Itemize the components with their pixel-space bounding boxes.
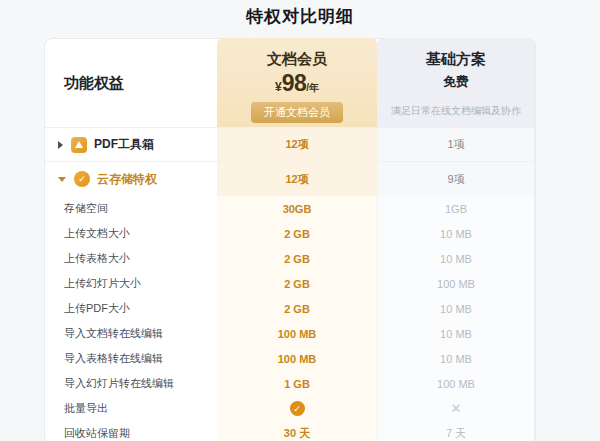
price-amount: 98: [282, 70, 307, 97]
pdf-toolbox-icon: [71, 137, 87, 153]
member-value: 12项: [217, 128, 377, 161]
row-label: 导入幻灯片转在线编辑: [45, 371, 217, 396]
basic-value: 100 MB: [377, 371, 535, 396]
feature-row: 上传PDF大小 2 GB 10 MB: [45, 296, 535, 321]
price-currency: ¥: [275, 80, 282, 94]
group-label: PDF工具箱: [94, 136, 154, 153]
group-row-pdf-toolbox[interactable]: PDF工具箱 12项 1项: [45, 128, 535, 162]
basic-value: 10 MB: [377, 296, 535, 321]
price-per: /年: [306, 81, 319, 95]
member-value: 12项: [217, 162, 377, 196]
row-label: 上传幻灯片大小: [45, 271, 217, 296]
feature-header-cell: 功能权益: [45, 39, 217, 127]
basic-value: 10 MB: [377, 321, 535, 346]
member-value: 2 GB: [217, 246, 377, 271]
member-value: 30GB: [217, 196, 377, 221]
plan-basic-header: 基础方案 免费 满足日常在线文档编辑及协作: [377, 38, 535, 127]
basic-value: 9项: [377, 162, 535, 196]
plan-basic-free-label: 免费: [443, 73, 469, 91]
comparison-table: 功能权益 文档会员 ¥ 98 /年 开通文档会员 基础方案 免费 满足日常在线文…: [44, 38, 536, 441]
group-row-cloud-storage[interactable]: ✓ 云存储特权 12项 9项: [45, 162, 535, 196]
row-label: 上传PDF大小: [45, 296, 217, 321]
feature-row: 导入文档转在线编辑 100 MB 10 MB: [45, 321, 535, 346]
basic-value: 7 天: [377, 421, 535, 441]
page-title: 特权对比明细: [0, 0, 600, 28]
table-header-row: 功能权益 文档会员 ¥ 98 /年 开通文档会员 基础方案 免费 满足日常在线文…: [45, 39, 535, 128]
feature-rows: 存储空间 30GB 1GB 上传文档大小 2 GB 10 MB 上传表格大小 2…: [45, 196, 535, 441]
member-value: 2 GB: [217, 221, 377, 246]
feature-row: 上传幻灯片大小 2 GB 100 MB: [45, 271, 535, 296]
cloud-check-icon: ✓: [74, 171, 90, 187]
check-icon: ✓: [290, 401, 305, 416]
feature-row: 导入幻灯片转在线编辑 1 GB 100 MB: [45, 371, 535, 396]
member-value: 100 MB: [217, 321, 377, 346]
basic-value: 100 MB: [377, 271, 535, 296]
feature-row: 上传表格大小 2 GB 10 MB: [45, 246, 535, 271]
feature-row: 存储空间 30GB 1GB: [45, 196, 535, 221]
membership-compare-page: { "page": { "title": "特权对比明细" }, "table"…: [0, 0, 600, 441]
row-label: 导入文档转在线编辑: [45, 321, 217, 346]
row-label: 回收站保留期: [45, 421, 217, 441]
basic-value: 10 MB: [377, 246, 535, 271]
group-cloud-label-cell: ✓ 云存储特权: [45, 162, 217, 196]
member-value: 1 GB: [217, 371, 377, 396]
feature-row: 回收站保留期 30 天 7 天: [45, 421, 535, 441]
group-pdf-label-cell: PDF工具箱: [45, 128, 217, 161]
member-value: 100 MB: [217, 346, 377, 371]
row-label: 批量导出: [45, 396, 217, 421]
member-value: ✓: [217, 396, 377, 421]
feature-row: 上传文档大小 2 GB 10 MB: [45, 221, 535, 246]
cross-icon: ✕: [451, 402, 462, 415]
open-member-button[interactable]: 开通文档会员: [251, 102, 343, 123]
basic-value: 1项: [377, 128, 535, 161]
plan-member-header: 文档会员 ¥ 98 /年 开通文档会员: [217, 38, 377, 127]
member-value: 2 GB: [217, 271, 377, 296]
caret-right-icon[interactable]: [58, 141, 63, 149]
row-label: 上传文档大小: [45, 221, 217, 246]
feature-row: 导入表格转在线编辑 100 MB 10 MB: [45, 346, 535, 371]
plan-member-price: ¥ 98 /年: [275, 70, 319, 97]
group-label: 云存储特权: [97, 171, 157, 188]
basic-value: ✕: [377, 396, 535, 421]
plan-member-name: 文档会员: [267, 50, 327, 69]
member-value: 2 GB: [217, 296, 377, 321]
feature-row: 批量导出 ✓ ✕: [45, 396, 535, 421]
row-label: 上传表格大小: [45, 246, 217, 271]
member-value: 30 天: [217, 421, 377, 441]
basic-value: 1GB: [377, 196, 535, 221]
plan-basic-name: 基础方案: [426, 50, 486, 69]
row-label: 存储空间: [45, 196, 217, 221]
feature-header-label: 功能权益: [64, 74, 124, 93]
basic-value: 10 MB: [377, 346, 535, 371]
basic-value: 10 MB: [377, 221, 535, 246]
plan-basic-desc: 满足日常在线文档编辑及协作: [391, 104, 521, 118]
caret-down-icon[interactable]: [58, 177, 66, 182]
row-label: 导入表格转在线编辑: [45, 346, 217, 371]
